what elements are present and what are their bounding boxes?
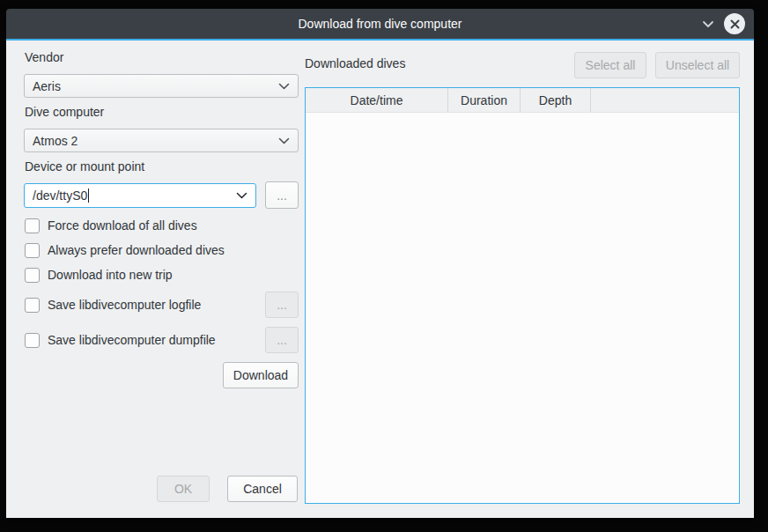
titlebar[interactable]: Download from dive computer bbox=[6, 9, 754, 39]
device-value: /dev/ttyS0 bbox=[33, 188, 87, 203]
logfile-browse-button[interactable]: ... bbox=[265, 292, 299, 318]
dialog-body: Vendor Aeris Dive computer Atmos 2 Devic… bbox=[6, 41, 754, 518]
new-trip-checkbox-row: Download into new trip bbox=[25, 267, 173, 283]
chevron-down-icon bbox=[236, 192, 247, 199]
column-header-depth[interactable]: Depth bbox=[521, 88, 591, 112]
downloaded-dives-table[interactable]: Date/time Duration Depth bbox=[305, 87, 740, 504]
close-icon[interactable] bbox=[724, 13, 745, 34]
text-cursor bbox=[88, 188, 89, 203]
force-download-checkbox[interactable] bbox=[25, 218, 40, 233]
unselect-all-button[interactable]: Unselect all bbox=[655, 52, 740, 78]
ok-button[interactable]: OK bbox=[157, 476, 210, 502]
checkbox-label: Save libdivecomputer logfile bbox=[48, 298, 201, 312]
vendor-value: Aeris bbox=[33, 79, 278, 93]
chevron-down-icon[interactable] bbox=[701, 17, 715, 31]
browse-button-label: ... bbox=[277, 188, 287, 203]
device-browse-button[interactable]: ... bbox=[265, 181, 299, 209]
chevron-down-icon bbox=[278, 83, 290, 90]
desktop-background: { "window": { "title": "Download from di… bbox=[0, 0, 768, 532]
save-dumpfile-checkbox[interactable] bbox=[25, 333, 40, 348]
checkbox-label: Download into new trip bbox=[48, 268, 173, 282]
select-all-button[interactable]: Select all bbox=[574, 52, 646, 78]
save-logfile-checkbox-row: Save libdivecomputer logfile bbox=[25, 297, 201, 313]
download-dialog: Download from dive computer Vendor Aeris… bbox=[6, 9, 754, 518]
window-title: Download from dive computer bbox=[6, 17, 754, 31]
checkbox-label: Force download of all dives bbox=[48, 218, 197, 233]
dive-computer-label: Dive computer bbox=[25, 105, 104, 119]
device-label: Device or mount point bbox=[25, 159, 144, 174]
cancel-button[interactable]: Cancel bbox=[227, 476, 298, 502]
prefer-downloaded-checkbox-row: Always prefer downloaded dives bbox=[25, 242, 225, 258]
chevron-down-icon bbox=[278, 137, 290, 144]
new-trip-checkbox[interactable] bbox=[25, 268, 40, 283]
table-body-empty bbox=[306, 113, 739, 503]
force-download-checkbox-row: Force download of all dives bbox=[25, 218, 197, 233]
column-header-duration[interactable]: Duration bbox=[448, 88, 521, 112]
vendor-select[interactable]: Aeris bbox=[24, 74, 299, 98]
titlebar-controls bbox=[701, 9, 745, 39]
checkbox-label: Always prefer downloaded dives bbox=[48, 243, 225, 257]
downloaded-dives-label: Downloaded dives bbox=[305, 56, 405, 70]
prefer-downloaded-checkbox[interactable] bbox=[25, 243, 40, 258]
checkbox-label: Save libdivecomputer dumpfile bbox=[48, 333, 216, 347]
column-header-datetime[interactable]: Date/time bbox=[306, 88, 448, 112]
browse-button-label: ... bbox=[277, 298, 287, 312]
column-header-empty bbox=[591, 88, 739, 112]
browse-button-label: ... bbox=[277, 333, 287, 347]
dive-computer-select[interactable]: Atmos 2 bbox=[24, 129, 299, 152]
device-input[interactable]: /dev/ttyS0 bbox=[24, 183, 256, 208]
dive-computer-value: Atmos 2 bbox=[33, 134, 278, 148]
save-dumpfile-checkbox-row: Save libdivecomputer dumpfile bbox=[25, 332, 216, 348]
download-button[interactable]: Download bbox=[223, 362, 299, 388]
dumpfile-browse-button[interactable]: ... bbox=[265, 327, 299, 353]
table-header: Date/time Duration Depth bbox=[306, 88, 739, 113]
save-logfile-checkbox[interactable] bbox=[25, 298, 40, 313]
vendor-label: Vendor bbox=[25, 50, 63, 64]
